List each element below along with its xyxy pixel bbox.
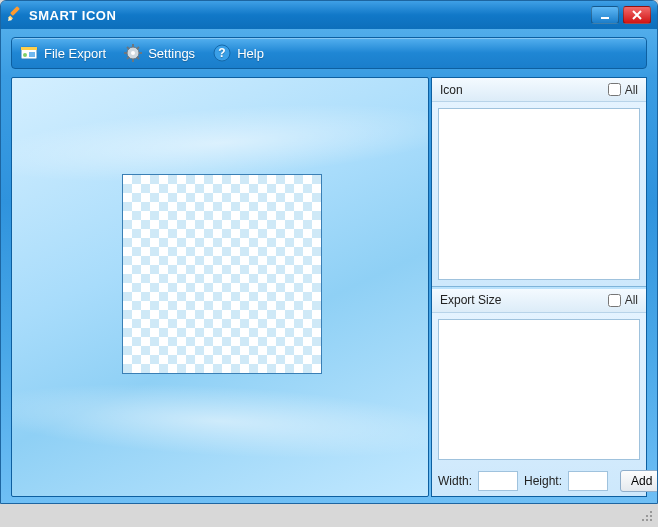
- svg-rect-24: [646, 519, 648, 521]
- canvas-area: [11, 77, 429, 497]
- help-icon: ?: [213, 44, 231, 62]
- icon-canvas[interactable]: [122, 174, 322, 374]
- help-label: Help: [237, 46, 264, 61]
- svg-line-17: [127, 57, 129, 59]
- svg-line-16: [137, 47, 139, 49]
- icon-panel-title: Icon: [440, 83, 608, 97]
- svg-rect-1: [10, 6, 20, 16]
- svg-rect-21: [646, 515, 648, 517]
- app-window: SMART ICON File Export: [0, 0, 658, 504]
- svg-rect-5: [21, 47, 37, 50]
- export-size-panel-header: Export Size All: [432, 289, 646, 313]
- icon-list[interactable]: [438, 108, 640, 280]
- icon-panel: Icon All: [432, 78, 646, 287]
- svg-point-9: [131, 51, 135, 55]
- width-input[interactable]: [478, 471, 518, 491]
- export-size-panel: Export Size All Width: Height: Add: [432, 289, 646, 497]
- svg-point-6: [23, 53, 27, 57]
- file-export-button[interactable]: File Export: [20, 44, 106, 62]
- content-area: Icon All Export Size All: [11, 77, 647, 497]
- settings-button[interactable]: Settings: [124, 44, 195, 62]
- export-all-checkbox[interactable]: [608, 294, 621, 307]
- title-bar: SMART ICON: [1, 1, 657, 29]
- export-size-panel-title: Export Size: [440, 293, 608, 307]
- gear-icon: [124, 44, 142, 62]
- svg-line-15: [137, 57, 139, 59]
- export-size-list[interactable]: [438, 319, 640, 461]
- resize-grip-icon[interactable]: [640, 509, 654, 523]
- svg-rect-3: [601, 17, 609, 19]
- width-label: Width:: [438, 474, 472, 488]
- add-button[interactable]: Add: [620, 470, 658, 492]
- help-button[interactable]: ? Help: [213, 44, 264, 62]
- icon-all-checkbox[interactable]: [608, 83, 621, 96]
- height-label: Height:: [524, 474, 562, 488]
- size-input-bar: Width: Height: Add: [432, 466, 646, 496]
- file-export-label: File Export: [44, 46, 106, 61]
- svg-rect-22: [650, 515, 652, 517]
- height-input[interactable]: [568, 471, 608, 491]
- settings-label: Settings: [148, 46, 195, 61]
- export-all-checkbox-wrap[interactable]: All: [608, 293, 638, 307]
- icon-all-checkbox-wrap[interactable]: All: [608, 83, 638, 97]
- svg-rect-20: [650, 511, 652, 513]
- window-controls: [591, 6, 651, 24]
- file-export-icon: [20, 44, 38, 62]
- app-title: SMART ICON: [29, 8, 591, 23]
- svg-line-14: [127, 47, 129, 49]
- app-pencil-icon: [7, 6, 23, 25]
- svg-rect-7: [29, 52, 35, 57]
- close-button[interactable]: [623, 6, 651, 24]
- svg-rect-25: [650, 519, 652, 521]
- svg-rect-23: [642, 519, 644, 521]
- svg-text:?: ?: [218, 46, 225, 60]
- side-panel: Icon All Export Size All: [431, 77, 647, 497]
- export-all-label: All: [625, 293, 638, 307]
- main-toolbar: File Export Settings: [11, 37, 647, 69]
- minimize-button[interactable]: [591, 6, 619, 24]
- icon-panel-header: Icon All: [432, 78, 646, 102]
- icon-all-label: All: [625, 83, 638, 97]
